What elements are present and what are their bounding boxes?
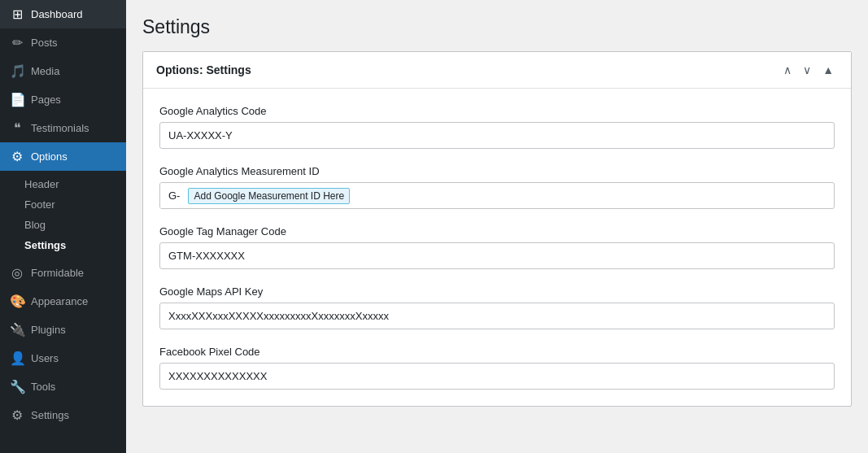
field-google-measurement-id: Google Analytics Measurement ID G- Add G… [159,165,835,209]
tools-icon: 🔧 [10,379,24,394]
pages-icon: 📄 [10,92,24,107]
measurement-prefix: G- [160,183,185,208]
field-google-maps-api: Google Maps API Key [159,285,835,329]
sidebar-label-settings: Settings [31,409,69,421]
media-icon: 🎵 [10,63,24,79]
sidebar-label-users: Users [31,352,59,364]
label-facebook-pixel: Facebook Pixel Code [159,346,835,358]
expand-button[interactable]: ▲ [818,62,838,78]
field-google-tag-manager: Google Tag Manager Code [159,225,835,269]
input-facebook-pixel[interactable] [159,363,835,390]
options-body: Google Analytics Code Google Analytics M… [143,89,851,406]
label-google-maps-api: Google Maps API Key [159,285,835,298]
field-google-analytics-code: Google Analytics Code [159,105,835,149]
dashboard-icon: ⊞ [10,7,24,22]
sidebar-item-formidable[interactable]: ◎ Formidable [0,259,126,287]
sidebar-item-dashboard[interactable]: ⊞ Dashboard [0,0,126,28]
sidebar-item-media[interactable]: 🎵 Media [0,57,126,85]
sidebar-sub-header[interactable]: Header [0,174,126,194]
sidebar-item-pages[interactable]: 📄 Pages [0,85,126,114]
label-google-analytics-code: Google Analytics Code [159,105,835,117]
sidebar-label-dashboard: Dashboard [31,8,83,20]
label-google-tag-manager: Google Tag Manager Code [159,225,835,237]
options-header-controls: ∧ ∨ ▲ [779,62,838,78]
options-icon: ⚙ [10,149,24,164]
users-icon: 👤 [10,351,24,366]
collapse-down-button[interactable]: ∨ [799,62,815,78]
appearance-icon: 🎨 [10,294,24,309]
sidebar-sub-blog[interactable]: Blog [0,215,126,235]
sidebar-item-testimonials[interactable]: ❝ Testimonials [0,114,126,142]
label-google-measurement-id: Google Analytics Measurement ID [159,165,835,177]
sidebar-label-options: Options [31,150,68,163]
sidebar-item-tools[interactable]: 🔧 Tools [0,372,126,401]
options-submenu: Header Footer Blog Settings [0,171,126,259]
sidebar-label-testimonials: Testimonials [31,122,89,134]
input-google-analytics-code[interactable] [159,122,835,149]
sidebar-item-users[interactable]: 👤 Users [0,344,126,372]
sidebar-label-plugins: Plugins [31,324,66,336]
sidebar-label-appearance: Appearance [31,295,88,307]
main-content: Settings Options: Settings ∧ ∨ ▲ Google … [126,0,868,453]
posts-icon: ✏ [10,35,24,50]
sidebar-sub-footer[interactable]: Footer [0,194,126,215]
options-box: Options: Settings ∧ ∨ ▲ Google Analytics… [142,51,852,407]
plugins-icon: 🔌 [10,322,24,338]
input-google-tag-manager[interactable] [159,242,835,269]
sidebar-item-posts[interactable]: ✏ Posts [0,28,126,57]
collapse-up-button[interactable]: ∧ [779,62,796,78]
sidebar-label-media: Media [31,65,59,77]
formidable-icon: ◎ [10,265,24,281]
field-facebook-pixel: Facebook Pixel Code [159,346,835,390]
options-header-title: Options: Settings [156,63,251,76]
input-google-maps-api[interactable] [159,303,835,329]
sidebar-item-appearance[interactable]: 🎨 Appearance [0,287,126,316]
measurement-placeholder-highlight[interactable]: Add Google Measurement ID Here [188,188,350,204]
sidebar-label-tools: Tools [31,381,55,393]
page-title: Settings [142,16,852,38]
sidebar: ⊞ Dashboard ✏ Posts 🎵 Media 📄 Pages ❝ Te… [0,0,126,453]
sidebar-item-options[interactable]: ⚙ Options [0,142,126,171]
testimonials-icon: ❝ [10,120,24,136]
sidebar-item-plugins[interactable]: 🔌 Plugins [0,316,126,344]
measurement-wrapper: G- Add Google Measurement ID Here [159,182,835,209]
sidebar-sub-settings[interactable]: Settings [0,235,126,255]
sidebar-label-pages: Pages [31,94,61,106]
sidebar-label-posts: Posts [31,37,58,49]
options-header: Options: Settings ∧ ∨ ▲ [143,52,851,89]
sidebar-item-settings[interactable]: ⚙ Settings [0,401,126,429]
settings-icon: ⚙ [10,407,24,423]
sidebar-label-formidable: Formidable [31,267,84,279]
